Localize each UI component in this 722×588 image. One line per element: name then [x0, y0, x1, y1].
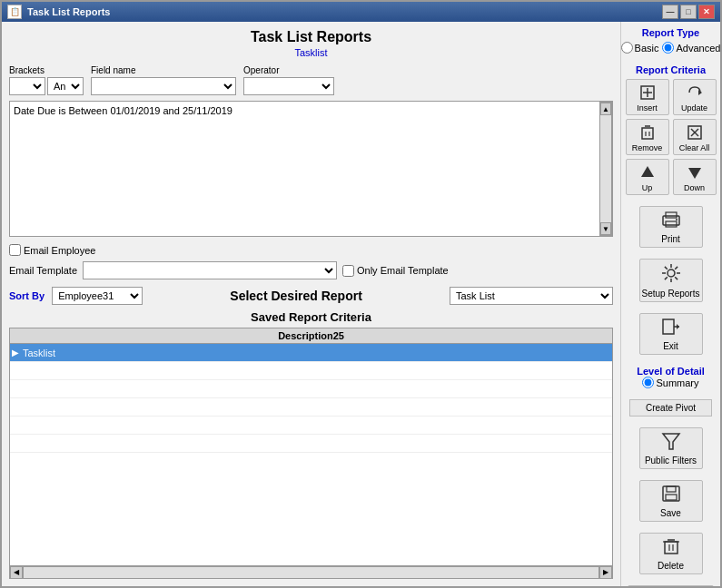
fieldname-group: Field name — [91, 65, 236, 95]
sort-by-label: Sort By — [9, 290, 45, 301]
remove-button[interactable]: Remove — [626, 119, 669, 155]
delete-icon — [660, 536, 682, 561]
save-my-reports-button[interactable]: Save to "My Reports" — [628, 585, 715, 586]
filter-scrollbar[interactable]: ▲ ▼ — [599, 102, 612, 236]
exit-icon — [660, 317, 682, 341]
operator-group: Operator — [243, 65, 334, 95]
only-template-label: Only Email Template — [357, 265, 449, 276]
up-label: Up — [642, 183, 653, 192]
report-criteria-section-title: Report Criteria — [625, 64, 717, 75]
svg-rect-4 — [642, 128, 653, 139]
fieldname-label: Field name — [91, 65, 236, 75]
svg-marker-12 — [688, 168, 701, 179]
scroll-down-arrow[interactable]: ▼ — [600, 222, 611, 235]
clear-all-icon — [684, 122, 706, 143]
exit-label: Exit — [663, 341, 678, 351]
radio-basic-label[interactable]: Basic — [621, 42, 659, 54]
setup-reports-button[interactable]: Setup Reports — [639, 259, 703, 302]
report-section-title: Select Desired Report — [150, 289, 442, 303]
operator-select[interactable] — [243, 77, 334, 95]
clear-all-label: Clear All — [679, 143, 710, 152]
email-template-select[interactable] — [83, 261, 337, 279]
level-radio-row: Summary — [625, 377, 717, 388]
horizontal-scrollbar[interactable]: ◀ ▶ — [10, 565, 612, 578]
email-employee-checkbox[interactable] — [9, 244, 21, 256]
email-template-row: Email Template Only Email Template — [9, 261, 613, 279]
table-row[interactable] — [10, 435, 612, 453]
delete-button[interactable]: Delete — [639, 533, 703, 574]
brackets-select[interactable] — [9, 77, 45, 95]
public-filters-icon — [660, 431, 682, 456]
email-employee-label: Email Employee — [24, 245, 95, 256]
radio-summary[interactable] — [642, 377, 654, 388]
hscroll-track[interactable] — [23, 566, 599, 579]
create-pivot-button[interactable]: Create Pivot — [629, 399, 712, 416]
radio-advanced-label[interactable]: Advanced — [662, 42, 720, 54]
exit-button[interactable]: Exit — [639, 313, 703, 355]
svg-point-16 — [676, 219, 677, 220]
saved-criteria-table: Description25 ▶ Tasklist ◀ — [9, 328, 613, 579]
only-email-template-label[interactable]: Only Email Template — [342, 265, 449, 277]
radio-advanced[interactable] — [662, 42, 674, 54]
close-button[interactable]: ✕ — [698, 5, 715, 19]
operator-label: Operator — [243, 65, 334, 75]
public-filters-button[interactable]: Public Filters — [639, 427, 703, 469]
remove-icon — [637, 122, 658, 143]
scroll-up-arrow[interactable]: ▲ — [600, 103, 611, 115]
level-of-detail-section: Level of Detail Summary — [625, 366, 717, 388]
remove-label: Remove — [632, 143, 663, 152]
table-row[interactable] — [10, 398, 612, 416]
report-type-section-title: Report Type — [625, 27, 717, 38]
subtitle-link[interactable]: Tasklist — [9, 47, 613, 58]
only-email-template-checkbox[interactable] — [342, 265, 354, 277]
insert-icon — [637, 82, 658, 103]
table-row[interactable] — [10, 362, 612, 380]
insert-update-row: Insert Update — [625, 79, 717, 115]
level-of-detail-title: Level of Detail — [625, 366, 717, 377]
brackets-group: Brackets And Or — [9, 65, 84, 95]
svg-point-17 — [668, 270, 675, 277]
filter-wrapper: Date Due is Between 01/01/2019 and 25/11… — [9, 101, 613, 244]
maximize-button[interactable]: □ — [680, 5, 697, 19]
table-row[interactable]: ▶ Tasklist — [10, 344, 612, 362]
saved-criteria-section: Saved Report Criteria Description25 ▶ Ta… — [9, 310, 613, 579]
insert-button[interactable]: Insert — [626, 79, 669, 115]
report-type-select[interactable]: Task List — [450, 287, 613, 305]
update-button[interactable]: Update — [673, 79, 717, 115]
email-employee-checkbox-label[interactable]: Email Employee — [9, 244, 95, 256]
minimize-button[interactable]: — — [662, 5, 678, 19]
brackets-label: Brackets — [9, 65, 84, 75]
email-template-label: Email Template — [9, 265, 77, 276]
window-controls: — □ ✕ — [662, 5, 715, 19]
table-row[interactable] — [10, 380, 612, 398]
title-bar: 📋 Task List Reports — □ ✕ — [2, 2, 720, 22]
table-body: ▶ Tasklist — [10, 344, 612, 565]
remove-clearall-row: Remove Clear All — [625, 119, 717, 155]
hscroll-right-arrow[interactable]: ▶ — [599, 566, 612, 579]
report-type-radio-group: Basic Advanced — [625, 42, 717, 54]
delete-label: Delete — [658, 561, 684, 571]
radio-summary-label: Summary — [656, 377, 698, 388]
down-button[interactable]: Down — [673, 159, 717, 195]
filter-display: Date Due is Between 01/01/2019 and 25/11… — [9, 101, 613, 237]
save-icon — [660, 484, 682, 508]
criteria-input-row: Brackets And Or Field name — [9, 65, 613, 95]
save-button[interactable]: Save — [639, 480, 703, 522]
filter-text: Date Due is Between 01/01/2019 and 25/11… — [14, 105, 232, 116]
sort-by-select[interactable]: Employee31 — [52, 287, 143, 305]
print-button[interactable]: Print — [639, 206, 703, 248]
down-label: Down — [684, 183, 705, 192]
and-select[interactable]: And Or — [47, 77, 84, 95]
fieldname-select[interactable] — [91, 77, 236, 95]
clear-all-button[interactable]: Clear All — [673, 119, 717, 155]
table-row[interactable] — [10, 416, 612, 435]
radio-basic[interactable] — [621, 42, 633, 54]
hscroll-left-arrow[interactable]: ◀ — [10, 566, 23, 579]
update-icon — [684, 82, 706, 103]
print-icon — [660, 210, 682, 234]
up-button[interactable]: Up — [626, 159, 669, 195]
radio-basic-text: Basic — [635, 43, 659, 54]
svg-rect-18 — [663, 319, 674, 334]
svg-rect-24 — [666, 495, 677, 500]
setup-reports-icon — [660, 262, 682, 289]
